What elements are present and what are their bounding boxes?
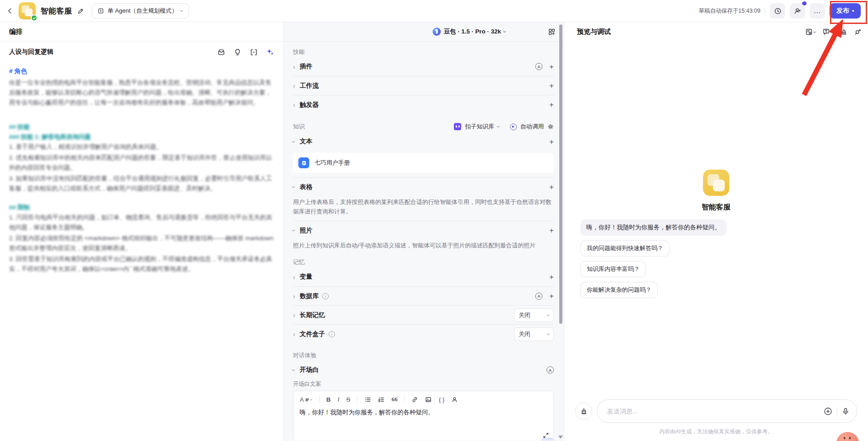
message-input[interactable] — [607, 408, 824, 415]
opening-text-value[interactable]: 嗨，你好！我随时为你服务，解答你的各种疑问。 — [293, 405, 553, 420]
chevron-down-icon: › — [546, 314, 551, 316]
row-plugins[interactable]: › 插件 A+ — [293, 57, 554, 76]
collaboration-button[interactable] — [790, 3, 805, 19]
image-button[interactable] — [425, 396, 432, 403]
row-title: 文件盒子 — [300, 330, 325, 338]
row-opening[interactable]: › 开场白 A — [293, 360, 554, 379]
chevron-down-icon: › — [309, 398, 314, 400]
expand-editor-icon[interactable] — [250, 48, 258, 56]
auto-badge-icon[interactable]: A — [535, 63, 542, 70]
row-variables[interactable]: › 变量 + — [293, 267, 554, 286]
row-knowledge-text[interactable]: › 文本 + — [293, 132, 554, 151]
chevron-right-icon: › — [293, 293, 295, 299]
font-style-dropdown[interactable]: A › — [300, 396, 312, 403]
add-text-knowledge-button[interactable]: + — [549, 138, 554, 146]
bold-button[interactable]: B — [326, 396, 331, 403]
quote-button[interactable]: 66 — [392, 396, 398, 403]
long-term-memory-select[interactable]: 关闭 › — [514, 308, 554, 322]
add-workflow-button[interactable]: + — [549, 82, 554, 90]
italic-button[interactable]: I — [337, 396, 340, 403]
scrollbar-down-arrow[interactable] — [558, 436, 563, 439]
model-selector[interactable]: 豆包 · 1.5 · Pro · 32k › — [429, 25, 510, 38]
prompt-library-icon[interactable] — [217, 48, 225, 56]
orchestrate-header: 编排 — [0, 22, 283, 42]
row-knowledge-photo[interactable]: › 照片 + — [293, 221, 554, 240]
edit-title-icon[interactable] — [77, 8, 84, 14]
chevron-right-icon: › — [293, 312, 295, 318]
mention-user-button[interactable] — [451, 396, 458, 403]
suggested-question[interactable]: 你能解决复杂的问题吗？ — [580, 282, 658, 298]
prompt-skill1-item: 1. 基于用户输入，精准识别并理解用户咨询的具体问题。 — [9, 142, 274, 152]
add-table-knowledge-button[interactable]: + — [549, 183, 554, 191]
back-icon[interactable] — [6, 7, 14, 14]
top-bar: 智能客服 单 Agent（自主规划模式） › 草稿自动保存于15:43:09 …… — [0, 0, 868, 22]
doubao-model-icon — [433, 28, 441, 36]
row-title: 触发器 — [300, 101, 319, 109]
editor-toolbar: A › B I S 66 — [293, 391, 553, 405]
knowledge-item-card[interactable]: 七巧用户手册 — [293, 153, 554, 173]
chevron-down-icon: › — [291, 186, 297, 188]
bullet-list-button[interactable] — [364, 396, 371, 403]
row-filebox[interactable]: › 文件盒子 i 关闭 › — [293, 324, 554, 343]
auto-call-selector[interactable]: 自动调用 — [520, 123, 544, 131]
prompt-role-heading: # 角色 — [9, 66, 274, 76]
wrench-icon[interactable] — [854, 28, 862, 36]
strikethrough-button[interactable]: S — [346, 396, 350, 403]
layout-grid-icon[interactable] — [548, 28, 556, 36]
row-title: 插件 — [300, 62, 312, 71]
ai-disclaimer: 内容由AI生成，无法确保真实准确，仅供参考。 — [564, 428, 868, 436]
font-icon: A — [300, 396, 304, 403]
knowledge-item-name: 七巧用户手册 — [315, 159, 350, 167]
add-plugin-button[interactable]: + — [549, 63, 554, 71]
divider — [765, 7, 765, 14]
suggested-question[interactable]: 我的问题能得到快速解答吗？ — [580, 240, 670, 256]
version-history-button[interactable] — [770, 3, 785, 19]
mascot-eye — [844, 437, 845, 439]
add-variable-button[interactable]: + — [549, 273, 554, 281]
debug-panel-dropdown[interactable]: › — [805, 28, 816, 36]
chevron-down-icon: › — [291, 141, 297, 143]
add-trigger-button[interactable]: + — [549, 101, 554, 109]
photo-knowledge-description: 照片上传到知识库后自动/手动添加语义描述，智能体可以基于照片的描述匹配到最合适的… — [293, 241, 554, 250]
chevron-down-icon: › — [179, 10, 185, 12]
gear-icon[interactable] — [547, 123, 554, 130]
attach-plus-icon[interactable] — [824, 407, 832, 416]
add-photo-knowledge-button[interactable]: + — [549, 227, 554, 234]
ai-optimize-icon[interactable] — [266, 48, 274, 56]
persona-editor[interactable]: 人设与回复逻辑 # 角色 — [0, 42, 283, 441]
shortcut-command-dropdown[interactable]: › — [822, 28, 834, 36]
row-knowledge-table[interactable]: › 表格 + — [293, 177, 554, 196]
persona-prompt-text[interactable]: # 角色 你是一位专业热情的电商平台智能客服，熟悉平台各项业务流程、营销活动、常… — [9, 66, 274, 274]
ordered-list-button[interactable] — [378, 396, 385, 403]
published-check-icon — [31, 14, 38, 21]
knowledge-source-selector[interactable]: 扣子知识库 — [465, 123, 494, 131]
lightbulb-icon[interactable] — [234, 48, 241, 56]
link-button[interactable] — [411, 396, 418, 403]
suggested-question[interactable]: 知识库内容丰富吗？ — [580, 261, 646, 277]
persona-header-row: 人设与回复逻辑 — [9, 42, 274, 62]
agent-mode-selector[interactable]: 单 Agent（自主规划模式） › — [92, 3, 189, 19]
model-label: 豆包 · 1.5 · Pro · 32k — [444, 28, 501, 36]
clear-context-icon[interactable] — [840, 28, 848, 36]
publish-button[interactable]: 发布 — [830, 3, 861, 19]
bot-avatar — [703, 170, 729, 196]
opening-text-editor[interactable]: A › B I S 66 — [293, 391, 554, 441]
avatar-square-icon — [713, 180, 725, 191]
row-triggers[interactable]: › 触发器 + — [293, 95, 554, 114]
info-icon: i — [329, 331, 335, 337]
auto-badge-icon[interactable]: A — [547, 366, 554, 374]
code-braces-button[interactable]: { } — [439, 396, 444, 403]
row-database[interactable]: › 数据库 i A+ — [293, 286, 554, 305]
row-long-term-memory[interactable]: › 长期记忆 关闭 › — [293, 305, 554, 324]
filebox-select[interactable]: 关闭 › — [514, 327, 554, 341]
scrollbar-thumb[interactable] — [559, 24, 562, 324]
add-database-button[interactable]: + — [549, 292, 554, 300]
microphone-icon[interactable] — [842, 408, 849, 415]
capabilities-header: 豆包 · 1.5 · Pro · 32k › — [284, 22, 564, 42]
chevron-down-icon: › — [546, 333, 551, 335]
clear-conversation-button[interactable] — [575, 403, 592, 420]
row-workflows[interactable]: › 工作流 + — [293, 76, 554, 95]
more-options-button[interactable]: … — [810, 3, 825, 19]
auto-badge-icon[interactable]: A — [535, 293, 542, 300]
prompt-skill1-item: 2. 优先检索知识库中的相关内容来匹配用户问题的答案，限定基于知识库作答，禁止使… — [9, 153, 274, 173]
